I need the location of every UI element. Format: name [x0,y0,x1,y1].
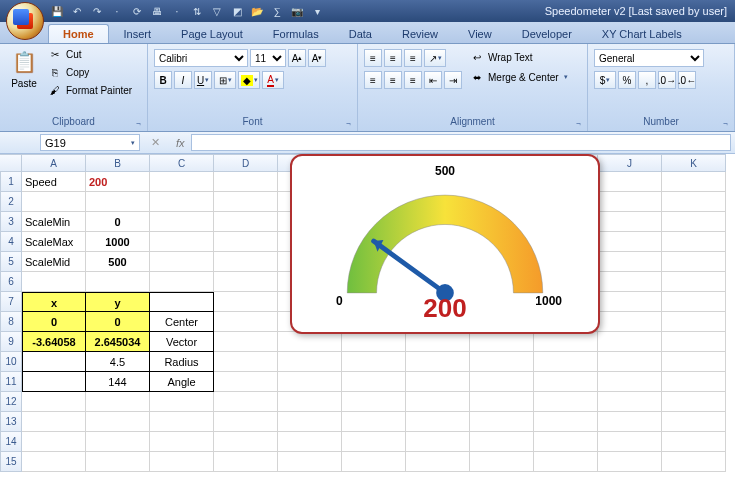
cell-B7[interactable]: y [86,292,150,312]
cell-A6[interactable] [22,272,86,292]
cell-C4[interactable] [150,232,214,252]
font-name-select[interactable]: Calibri [154,49,248,67]
cell-C2[interactable] [150,192,214,212]
col-header-K[interactable]: K [662,154,726,172]
cell-J1[interactable] [598,172,662,192]
border-button[interactable]: ⊞▾ [214,71,236,89]
number-format-select[interactable]: General [594,49,704,67]
row-header-15[interactable]: 15 [0,452,22,472]
cell-E10[interactable] [278,352,342,372]
tab-xy-chart-labels[interactable]: XY Chart Labels [587,24,697,43]
row-header-9[interactable]: 9 [0,332,22,352]
qat-undo-icon[interactable]: ↶ [70,4,84,18]
cell-J11[interactable] [598,372,662,392]
cell-B1[interactable]: 200 [86,172,150,192]
row-header-8[interactable]: 8 [0,312,22,332]
cell-G10[interactable] [406,352,470,372]
cell-A7[interactable]: x [22,292,86,312]
cell-A10[interactable] [22,352,86,372]
cell-A15[interactable] [22,452,86,472]
cell-A11[interactable] [22,372,86,392]
col-header-C[interactable]: C [150,154,214,172]
cell-G9[interactable] [406,332,470,352]
row-header-14[interactable]: 14 [0,432,22,452]
cell-H11[interactable] [470,372,534,392]
cell-A13[interactable] [22,412,86,432]
tab-page-layout[interactable]: Page Layout [166,24,258,43]
underline-button[interactable]: U▾ [194,71,212,89]
cell-J9[interactable] [598,332,662,352]
cell-J8[interactable] [598,312,662,332]
qat-open-icon[interactable]: 📂 [250,4,264,18]
cell-K6[interactable] [662,272,726,292]
cell-A5[interactable]: ScaleMid [22,252,86,272]
cell-D15[interactable] [214,452,278,472]
row-header-5[interactable]: 5 [0,252,22,272]
cell-C8[interactable]: Center [150,312,214,332]
cell-G12[interactable] [406,392,470,412]
cell-D4[interactable] [214,232,278,252]
align-top-button[interactable]: ≡ [364,49,382,67]
cell-D12[interactable] [214,392,278,412]
cell-I14[interactable] [534,432,598,452]
cell-D14[interactable] [214,432,278,452]
cell-B9[interactable]: 2.645034 [86,332,150,352]
formula-input[interactable] [191,134,731,151]
cell-G15[interactable] [406,452,470,472]
cell-B13[interactable] [86,412,150,432]
paste-button[interactable]: 📋 Paste [6,46,42,91]
cell-F15[interactable] [342,452,406,472]
qat-save-icon[interactable]: 💾 [50,4,64,18]
cell-J4[interactable] [598,232,662,252]
cell-B5[interactable]: 500 [86,252,150,272]
cell-A8[interactable]: 0 [22,312,86,332]
row-header-1[interactable]: 1 [0,172,22,192]
cell-C5[interactable] [150,252,214,272]
cell-K14[interactable] [662,432,726,452]
cell-D11[interactable] [214,372,278,392]
cell-C9[interactable]: Vector [150,332,214,352]
row-header-10[interactable]: 10 [0,352,22,372]
cell-A1[interactable]: Speed [22,172,86,192]
office-orb[interactable] [6,2,44,40]
cell-H15[interactable] [470,452,534,472]
speedometer-chart[interactable]: 0 500 1000 200 [290,154,600,334]
outdent-button[interactable]: ⇤ [424,71,442,89]
wrap-text-button[interactable]: ↩Wrap Text [468,49,570,65]
grow-font-button[interactable]: A▴ [288,49,306,67]
cell-H9[interactable] [470,332,534,352]
cell-D6[interactable] [214,272,278,292]
qat-filter-icon[interactable]: ▽ [210,4,224,18]
cell-C13[interactable] [150,412,214,432]
cell-A14[interactable] [22,432,86,452]
cell-B8[interactable]: 0 [86,312,150,332]
increase-decimal-button[interactable]: .0→ [658,71,676,89]
cell-C10[interactable]: Radius [150,352,214,372]
cell-B12[interactable] [86,392,150,412]
cell-J12[interactable] [598,392,662,412]
name-box[interactable]: G19▾ [40,134,140,151]
cell-E12[interactable] [278,392,342,412]
cell-D7[interactable] [214,292,278,312]
tab-home[interactable]: Home [48,24,109,43]
cell-D2[interactable] [214,192,278,212]
cell-G14[interactable] [406,432,470,452]
cell-B6[interactable] [86,272,150,292]
cell-J7[interactable] [598,292,662,312]
cell-A3[interactable]: ScaleMin [22,212,86,232]
align-right-button[interactable]: ≡ [404,71,422,89]
cell-F12[interactable] [342,392,406,412]
percent-button[interactable]: % [618,71,636,89]
tab-formulas[interactable]: Formulas [258,24,334,43]
cell-G13[interactable] [406,412,470,432]
cell-F11[interactable] [342,372,406,392]
italic-button[interactable]: I [174,71,192,89]
merge-center-button[interactable]: ⬌Merge & Center▾ [468,69,570,85]
bold-button[interactable]: B [154,71,172,89]
fx-icon[interactable]: fx [176,137,185,149]
col-header-corner[interactable] [0,154,22,172]
cell-B15[interactable] [86,452,150,472]
cell-H12[interactable] [470,392,534,412]
row-header-6[interactable]: 6 [0,272,22,292]
format-painter-button[interactable]: 🖌Format Painter [46,82,134,98]
